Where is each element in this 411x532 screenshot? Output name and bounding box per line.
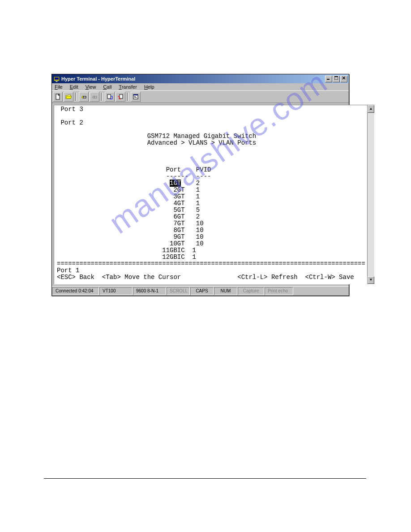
- terminal-line: [57, 146, 365, 153]
- svg-rect-2: [327, 79, 330, 80]
- maximize-button[interactable]: [333, 76, 340, 82]
- menu-edit[interactable]: Edit: [68, 84, 80, 90]
- status-caps: CAPS: [190, 287, 214, 295]
- toolbar-separator: [127, 93, 129, 101]
- menubar: File Edit View Call Transfer Help: [52, 83, 349, 90]
- table-row: 1GT 2: [57, 180, 365, 187]
- menu-view[interactable]: View: [84, 84, 98, 90]
- receive-icon[interactable]: [116, 92, 125, 102]
- svg-rect-13: [134, 97, 137, 98]
- scroll-down-icon[interactable]: ▼: [368, 276, 374, 284]
- disconnect-icon[interactable]: [90, 92, 99, 102]
- terminal-line: GSM712 Managed Gigabit Switch: [57, 133, 365, 140]
- new-icon[interactable]: [53, 92, 63, 102]
- svg-rect-1: [55, 77, 59, 80]
- table-row: 7GT 10: [57, 220, 365, 227]
- svg-rect-7: [94, 96, 97, 98]
- svg-rect-9: [120, 94, 123, 99]
- terminal-line: [57, 153, 365, 160]
- svg-rect-12: [134, 96, 136, 97]
- terminal-area[interactable]: Port 3 Port 2 GSM712 Managed Gigabit Swi…: [54, 105, 367, 284]
- statusbar: Connected 0:42:04 VT100 9600 8-N-1 SCROL…: [52, 286, 349, 296]
- status-connected: Connected 0:42:04: [52, 287, 99, 295]
- svg-rect-4: [334, 76, 338, 77]
- svg-rect-8: [107, 94, 111, 99]
- svg-rect-11: [133, 94, 138, 95]
- table-row: 3GT 1: [57, 193, 365, 200]
- terminal-line: [57, 126, 365, 133]
- svg-rect-6: [83, 96, 86, 98]
- open-icon[interactable]: [64, 92, 73, 102]
- terminal-line: <ESC> Back <Tab> Move the Cursor <Ctrl-L…: [57, 274, 365, 281]
- app-window: Hyper Terminal - HyperTerminal File Edit…: [51, 74, 349, 296]
- menu-file[interactable]: File: [53, 84, 64, 90]
- menu-transfer[interactable]: Transfer: [117, 84, 139, 90]
- terminal-line: ------ ----: [57, 173, 365, 180]
- terminal-line: [57, 113, 365, 120]
- toolbar-separator: [101, 93, 103, 101]
- status-params: 9600 8-N-1: [133, 287, 166, 295]
- table-row: 6GT 2: [57, 214, 365, 220]
- page-rule: [44, 478, 366, 479]
- table-row: 8GT 10: [57, 227, 365, 234]
- table-row: 4GT 1: [57, 200, 365, 207]
- vertical-scrollbar[interactable]: ▲ ▼: [367, 105, 374, 284]
- table-row: 2GT 1: [57, 187, 365, 193]
- table-row: 10GT 10: [57, 240, 365, 247]
- terminal-line: Port 1: [57, 267, 365, 274]
- scroll-up-icon[interactable]: ▲: [368, 105, 374, 113]
- minimize-button[interactable]: [325, 76, 332, 82]
- menu-call[interactable]: Call: [101, 84, 113, 90]
- table-row: 11GBIC 1: [57, 247, 365, 254]
- app-icon: [53, 76, 60, 82]
- terminal-line: Advanced > VLANS > VLAN Ports: [57, 140, 365, 146]
- terminal-line: Port 3: [57, 106, 365, 113]
- terminal-line: Port 2: [57, 120, 365, 126]
- status-emulation: VT100: [99, 287, 133, 295]
- terminal-line: Port PVID: [57, 167, 365, 173]
- properties-icon[interactable]: [131, 92, 141, 102]
- toolbar-separator: [75, 93, 77, 101]
- status-scroll: SCROLL: [167, 287, 190, 295]
- terminal-frame: Port 3 Port 2 GSM712 Managed Gigabit Swi…: [52, 103, 349, 286]
- table-row: 12GBIC 1: [57, 254, 365, 261]
- scroll-track[interactable]: [368, 113, 374, 276]
- window-controls: [325, 76, 347, 82]
- connect-icon[interactable]: [79, 92, 89, 102]
- terminal-line: ========================================…: [57, 261, 365, 267]
- table-row: 5GT 5: [57, 207, 365, 214]
- menu-help[interactable]: Help: [142, 84, 156, 90]
- toolbar: [52, 90, 349, 103]
- status-capture: Capture: [238, 287, 264, 295]
- status-num: NUM: [214, 287, 237, 295]
- titlebar: Hyper Terminal - HyperTerminal: [52, 74, 349, 83]
- close-button[interactable]: [340, 76, 347, 82]
- window-title: Hyper Terminal - HyperTerminal: [61, 76, 325, 82]
- table-row: 9GT 10: [57, 234, 365, 240]
- terminal-line: [57, 160, 365, 167]
- send-icon[interactable]: [105, 92, 115, 102]
- status-printecho: Print echo: [265, 287, 293, 295]
